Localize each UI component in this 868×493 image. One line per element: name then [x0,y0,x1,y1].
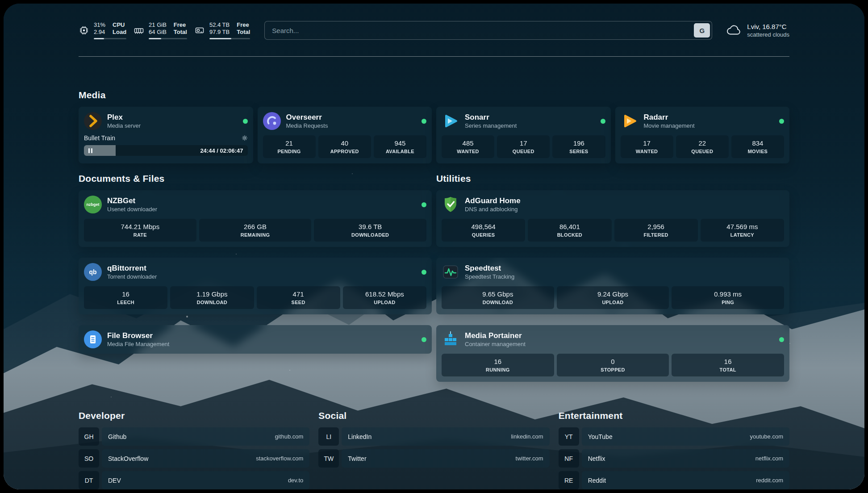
card-adguard[interactable]: AdGuard Home DNS and adblocking 498,564Q… [436,190,789,247]
dashboard-frame: 31% CPU 2.94 Load 21 [4,4,864,489]
cpu-load-average: 2.94 [94,29,105,35]
app-desc: Media File Management [107,341,169,347]
memory-icon [134,25,144,36]
bookmark-name: Twitter [348,455,366,462]
sonarr-icon [442,112,459,130]
status-dot [421,119,426,124]
card-qbittorrent[interactable]: qb qBittorrent Torrent downloader 16LEEC… [79,258,432,314]
bookmark-dev[interactable]: DT DEV dev.to [79,471,309,489]
stat: 945AVAILABLE [374,135,426,158]
app-name: NZBGet [107,196,157,205]
search-bar: G [264,21,712,40]
snow-specks [4,4,4,4]
bookmark-name: Github [108,433,126,440]
stat: 47.569 msLATENCY [701,219,784,242]
bookmark-name: YouTube [588,433,613,440]
stat: 2,956FILTERED [614,219,698,242]
app-name: Overseerr [286,113,328,122]
developer-group-title: Developer [79,410,309,421]
app-name: qBittorrent [107,264,157,273]
status-dot [421,337,426,342]
now-playing-row: Bullet Train [84,134,248,142]
ram-usage-bar [149,38,187,39]
stat: 9.65 GbpsDOWNLOAD [442,286,554,309]
weather-widget: Lviv, 16.87°C scattered clouds [726,23,789,38]
memory-widget: 21 GiB Free 64 GiB Total [134,21,187,39]
app-name: AdGuard Home [465,196,521,205]
bookmark-name: Netflix [588,455,605,462]
card-overseerr[interactable]: Overseerr Media Requests 21PENDING 40APP… [258,107,432,163]
now-playing-title: Bullet Train [84,134,115,142]
bookmark-url: youtube.com [750,433,783,440]
bookmark-url: reddit.com [756,477,783,484]
stat: 9.24 GbpsUPLOAD [557,286,669,309]
bookmark-linkedin[interactable]: LI LinkedIn linkedin.com [318,427,549,446]
speedtest-icon [442,263,459,281]
cpu-load-label: Load [113,29,126,35]
bookmark-twitter[interactable]: TW Twitter twitter.com [318,449,549,468]
bookmark-abbr: DT [79,471,99,489]
stat: 618.52 MbpsUPLOAD [343,286,426,309]
media-section-title: Media [79,90,789,100]
bookmark-github[interactable]: GH Github github.com [79,427,309,446]
overseerr-icon [263,112,281,130]
stat: 1.19 GbpsDOWNLOAD [170,286,254,309]
bookmark-name: Reddit [588,477,606,484]
app-name: Speedtest [465,264,514,273]
bookmark-url: twitter.com [516,455,543,462]
app-desc: Usenet downloader [107,206,157,213]
stat: 196SERIES [552,135,605,158]
bookmark-name: LinkedIn [348,433,371,440]
portainer-icon [442,330,459,348]
bookmark-abbr: LI [318,427,339,446]
stat: 17WANTED [621,135,673,158]
bookmark-abbr: YT [559,427,579,446]
bookmark-youtube[interactable]: YT YouTube youtube.com [559,427,789,446]
stat: 834MOVIES [731,135,784,158]
disk-total: 97.9 TB [209,29,230,35]
disk-free: 52.4 TB [209,21,230,28]
pause-icon[interactable] [88,148,92,153]
bookmark-netflix[interactable]: NF Netflix netflix.com [559,449,789,468]
card-speedtest[interactable]: Speedtest Speedtest Tracking 9.65 GbpsDO… [436,258,789,314]
disk-total-label: Total [237,29,250,35]
status-dot [779,119,784,124]
app-name: Plex [107,113,141,122]
adguard-icon [442,196,459,213]
header-divider [79,56,789,57]
bookmark-url: stackoverflow.com [256,455,303,462]
card-radarr[interactable]: Radarr Movie management 17WANTED 22QUEUE… [615,107,790,163]
stat: 471SEED [257,286,340,309]
section-utilities: Utilities AdGu [436,173,789,382]
bookmark-name: DEV [108,477,121,484]
documents-section-title: Documents & Files [79,173,432,184]
app-name: Sonarr [465,113,517,122]
cpu-label: CPU [113,21,126,28]
bookmark-stackoverflow[interactable]: SO StackOverflow stackoverflow.com [79,449,309,468]
stat: 498,564QUERIES [442,219,525,242]
card-sonarr[interactable]: Sonarr Series management 485WANTED 17QUE… [436,107,611,163]
disk-free-label: Free [237,21,250,28]
session-settings-icon[interactable] [242,135,248,141]
card-plex[interactable]: Plex Media server Bullet Train [79,107,253,163]
app-desc: DNS and adblocking [465,206,521,213]
card-portainer[interactable]: Media Portainer Container management 16R… [436,325,789,382]
bookmark-reddit[interactable]: RE Reddit reddit.com [559,471,789,489]
social-group-title: Social [318,410,549,421]
search-provider-badge[interactable]: G [694,23,710,38]
card-nzbget[interactable]: nzbget NZBGet Usenet downloader 744.21 M… [79,190,432,247]
top-bar: 31% CPU 2.94 Load 21 [79,19,789,42]
search-input[interactable] [264,21,712,40]
cpu-icon [79,25,89,36]
radarr-icon [621,112,638,130]
app-desc: Series management [465,122,517,129]
card-filebrowser[interactable]: File Browser Media File Management [79,325,432,354]
stat: 266 GBREMAINING [199,219,312,242]
disk-icon [194,25,205,36]
app-desc: Torrent downloader [107,273,157,280]
bookmark-abbr: RE [559,471,579,489]
ram-free-label: Free [174,21,187,28]
plex-progress-bar[interactable]: 24:44 / 02:06:47 [84,145,248,156]
svg-text:nzbget: nzbget [87,202,100,207]
qbittorrent-icon: qb [84,263,102,281]
